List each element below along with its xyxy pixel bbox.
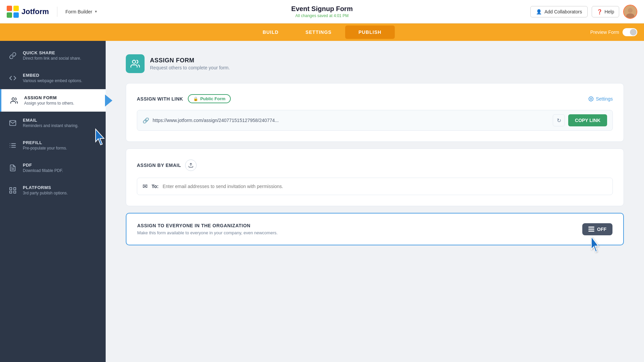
public-form-badge[interactable]: 🔒 Public Form [188,94,231,103]
assign-by-email-label: ASSIGN BY EMAIL [137,163,181,168]
assign-org-card: ASSIGN TO EVERYONE IN THE ORGANIZATION M… [126,213,624,245]
assign-by-email-card: ASSIGN BY EMAIL ✉ To: [126,148,624,206]
jotform-logo-icon [7,6,19,18]
email-to-label: To: [152,184,159,189]
form-title: Event Signup Form [291,5,353,13]
cursor-pointer-org [590,237,603,255]
assign-email-header: ASSIGN BY EMAIL [137,160,613,171]
url-text: https://www.jotform.com/assign/240771515… [153,118,549,123]
sidebar-item-platforms[interactable]: PLATFORMS 3rd party publish options. [0,179,106,201]
settings-link[interactable]: Settings [588,96,613,102]
sidebar-item-email[interactable]: EMAIL Reminders and instant sharing. [0,112,106,134]
assign-org-toggle-button[interactable]: OFF [582,223,612,235]
nav-tabs: BUILD SETTINGS PUBLISH Preview Form [0,23,644,41]
save-status: All changes saved at 4:01 PM [291,13,353,18]
assign-with-link-card: ASSIGN WITH LINK 🔒 Public Form Settings … [126,83,624,142]
refresh-button[interactable]: ↻ [553,114,565,126]
toggle-lines-icon [588,227,594,232]
svg-rect-2 [7,12,12,18]
user-plus-icon: 👤 [536,9,542,14]
url-row: 🔗 https://www.jotform.com/assign/2407715… [137,110,613,131]
svg-rect-3 [13,12,19,18]
upload-icon-button[interactable] [185,160,197,171]
header-left: Jotform Form Builder ▼ [7,6,98,18]
header-center: Event Signup Form All changes saved at 4… [291,5,353,18]
sidebar: QUICK SHARE Direct form link and social … [0,41,106,362]
svg-point-21 [590,98,592,100]
svg-rect-19 [14,191,16,193]
toggle-off-label: OFF [597,227,606,232]
svg-marker-23 [591,237,598,252]
svg-rect-0 [7,6,12,11]
header-divider [57,7,57,17]
content-area: ASSIGN FORM Request others to complete y… [106,41,644,362]
section-header: ASSIGN FORM Request others to complete y… [126,54,624,73]
help-button[interactable]: ❓ Help [592,6,619,17]
svg-point-20 [132,60,136,63]
section-title: ASSIGN FORM [150,57,230,64]
email-input[interactable] [163,184,607,189]
help-circle-icon: ❓ [597,9,602,14]
main-layout: QUICK SHARE Direct form link and social … [0,41,644,362]
link-icon [8,51,17,60]
sidebar-item-pdf[interactable]: PDF Download fillable PDF. [0,157,106,179]
add-collaborators-button[interactable]: 👤 Add Collaborators [530,6,588,17]
tab-publish[interactable]: PUBLISH [345,25,395,39]
logo: Jotform [7,6,49,18]
platforms-icon [8,186,17,195]
lock-icon: 🔒 [193,97,198,101]
preview-form-toggle-area: Preview Form [590,28,637,36]
assign-with-link-label: ASSIGN WITH LINK [137,96,183,102]
tab-settings[interactable]: SETTINGS [292,25,345,39]
section-desc: Request others to complete your form. [150,65,230,70]
sidebar-item-prefill[interactable]: PREFILL Pre-populate your forms. [0,134,106,157]
svg-rect-17 [14,187,16,189]
assign-org-text: ASSIGN TO EVERYONE IN THE ORGANIZATION M… [137,223,278,235]
sidebar-active-arrow [105,95,112,107]
tab-build[interactable]: BUILD [249,25,292,39]
envelope-icon: ✉ [143,183,148,190]
upload-icon [188,163,194,168]
sidebar-item-assign-form[interactable]: ASSIGN FORM Assign your forms to others. [0,89,106,112]
preview-form-label: Preview Form [590,29,619,35]
svg-rect-18 [10,191,12,193]
logo-text: Jotform [21,7,49,16]
svg-rect-1 [13,6,19,11]
email-input-row: ✉ To: [137,178,613,195]
assign-form-section-icon [126,54,145,73]
sidebar-item-quick-share[interactable]: QUICK SHARE Direct form link and social … [0,44,106,67]
form-builder-button[interactable]: Form Builder ▼ [65,9,98,14]
gear-icon [588,96,594,102]
avatar[interactable] [623,5,637,19]
sidebar-item-embed[interactable]: EMBED Various webpage embed options. [0,67,106,89]
prefill-icon [8,141,17,150]
svg-rect-16 [10,187,12,189]
chevron-down-icon: ▼ [94,10,98,13]
svg-point-7 [12,98,14,100]
org-title: ASSIGN TO EVERYONE IN THE ORGANIZATION [137,223,278,228]
toggle-knob [630,29,637,36]
cursor-pointer-sidebar [106,127,111,147]
svg-point-5 [628,8,633,13]
pdf-icon [8,163,17,173]
header: Jotform Form Builder ▼ Event Signup Form… [0,0,644,23]
url-link-icon: 🔗 [143,117,149,124]
preview-form-toggle[interactable] [623,28,637,36]
email-icon [8,118,17,128]
header-right: 👤 Add Collaborators ❓ Help [530,5,637,19]
copy-link-button[interactable]: COPY LINK [568,114,607,126]
code-icon [8,73,17,83]
org-desc: Make this form available to everyone in … [137,230,278,235]
assign-link-header: ASSIGN WITH LINK 🔒 Public Form Settings [137,94,613,103]
assign-form-icon [9,96,19,105]
